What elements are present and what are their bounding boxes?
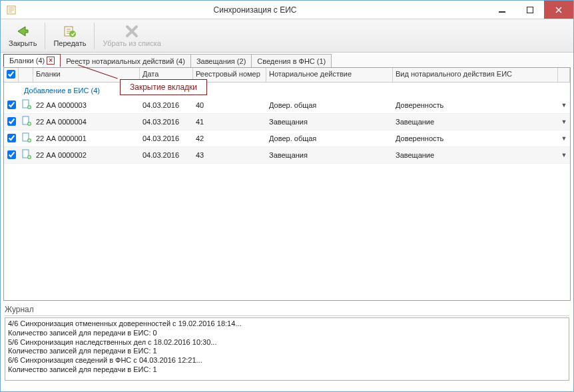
grid: Бланки Дата Реестровый номер Нотариально… [3, 67, 571, 301]
journal-log[interactable]: 4/6 Синхронизация отмененных доверенност… [5, 317, 569, 381]
tab-label: Сведения в ФНС (1) [257, 57, 326, 65]
svg-point-4 [69, 31, 76, 37]
remove-button: Убрать из списка [99, 21, 164, 51]
col-dropdown [558, 68, 570, 82]
send-button[interactable]: Передать [49, 21, 90, 51]
col-act[interactable]: Нотариальное действие [266, 68, 393, 82]
cell-date: 04.03.2016 [140, 100, 193, 110]
cell-act: Довер. общая [266, 133, 393, 144]
arrow-left-icon [15, 24, 30, 39]
window-title: Синхронизация с ЕИС [22, 5, 488, 15]
maximize-button[interactable] [516, 1, 544, 19]
tab-label: Реестр нотариальных действий (4) [66, 57, 185, 65]
log-line: 5/6 Синхронизация наследственных дел с 1… [8, 338, 566, 347]
table-row[interactable]: 22 АА 0000001 04.03.2016 42 Довер. общая… [4, 130, 570, 147]
cell-blank: 22 АА 0000002 [33, 150, 140, 160]
close-window-button[interactable] [544, 1, 573, 19]
row-checkbox[interactable] [7, 100, 16, 109]
tab-fns[interactable]: Сведения в ФНС (1) [251, 54, 332, 67]
cell-act: Довер. общая [266, 100, 393, 110]
table-row[interactable]: 22 АА 0000004 04.03.2016 41 Завещания За… [4, 114, 570, 130]
cell-act: Завещания [266, 116, 393, 127]
log-line: 6/6 Синхронизация сведений в ФНС с 04.03… [8, 356, 566, 365]
row-checkbox[interactable] [7, 150, 16, 159]
cell-date: 04.03.2016 [140, 116, 193, 127]
row-dropdown-icon[interactable]: ▼ [558, 117, 570, 126]
svg-rect-2 [527, 7, 533, 13]
remove-icon [125, 24, 139, 39]
row-checkbox[interactable] [7, 134, 16, 142]
row-dropdown-icon[interactable]: ▼ [558, 100, 570, 110]
toolbar-separator [45, 23, 45, 49]
cell-act: Завещания [266, 150, 393, 160]
svg-rect-1 [499, 11, 505, 13]
remove-button-label: Убрать из списка [103, 39, 160, 47]
cell-blank: 22 АА 0000001 [33, 133, 140, 144]
cell-type: Доверенность [393, 133, 558, 144]
group-row[interactable]: Добавление в ЕИС (4) [4, 83, 570, 97]
cell-blank: 22 АА 0000004 [33, 116, 140, 127]
tab-label: Бланки (4) [9, 57, 45, 65]
cell-reg: 41 [193, 116, 266, 127]
titlebar: Синхронизация с ЕИС [1, 1, 573, 19]
log-line: Количество записей для передачи в ЕИС: 1 [8, 365, 566, 375]
tabs: Бланки (4) × Реестр нотариальных действи… [1, 54, 573, 67]
journal-title: Журнал [5, 305, 569, 316]
row-dropdown-icon[interactable]: ▼ [558, 134, 570, 143]
tab-label: Завещания (2) [196, 57, 246, 65]
cell-reg: 40 [193, 100, 266, 110]
send-icon [63, 24, 77, 39]
col-type[interactable]: Вид нотариального действия ЕИС [393, 68, 558, 82]
send-button-label: Передать [53, 39, 86, 47]
row-checkbox[interactable] [7, 117, 16, 126]
header-checkbox-cell[interactable] [4, 68, 19, 82]
log-line: 4/6 Синхронизация отмененных доверенност… [8, 319, 566, 329]
close-button[interactable]: Закрыть [5, 21, 41, 51]
header-icon-cell [19, 68, 33, 82]
document-icon [19, 114, 33, 129]
minimize-button[interactable] [488, 1, 516, 19]
tab-close-icon[interactable]: × [47, 57, 55, 65]
cell-date: 04.03.2016 [140, 133, 193, 144]
cell-date: 04.03.2016 [140, 150, 193, 160]
log-line: Количество записей для передачи в ЕИС: 1 [8, 347, 566, 356]
row-dropdown-icon[interactable]: ▼ [558, 150, 570, 160]
cell-type: Завещание [393, 150, 558, 160]
grid-header: Бланки Дата Реестровый номер Нотариально… [4, 68, 570, 83]
table-row[interactable]: 22 АА 0000002 04.03.2016 43 Завещания За… [4, 147, 570, 164]
document-icon [19, 131, 33, 146]
app-icon [5, 3, 18, 17]
document-icon [19, 148, 33, 162]
select-all-checkbox[interactable] [7, 70, 15, 79]
document-icon [19, 98, 33, 112]
cell-reg: 43 [193, 150, 266, 160]
cell-blank: 22 АА 0000003 [33, 100, 140, 110]
log-line: Количество записей для передачи в ЕИС: 0 [8, 329, 566, 338]
cell-type: Доверенность [393, 100, 558, 110]
cell-reg: 42 [193, 133, 266, 144]
cell-type: Завещание [393, 116, 558, 127]
annotation-callout: Закрытие вкладки [120, 79, 207, 95]
close-button-label: Закрыть [9, 39, 37, 47]
table-row[interactable]: 22 АА 0000003 04.03.2016 40 Довер. общая… [4, 97, 570, 114]
tab-blanks[interactable]: Бланки (4) × [3, 54, 61, 67]
toolbar-separator [94, 23, 95, 49]
grid-body: Добавление в ЕИС (4) 22 АА 0000003 04.03… [4, 83, 570, 300]
tab-wills[interactable]: Завещания (2) [190, 54, 252, 67]
toolbar: Закрыть Передать Убрать из списка [1, 19, 573, 53]
